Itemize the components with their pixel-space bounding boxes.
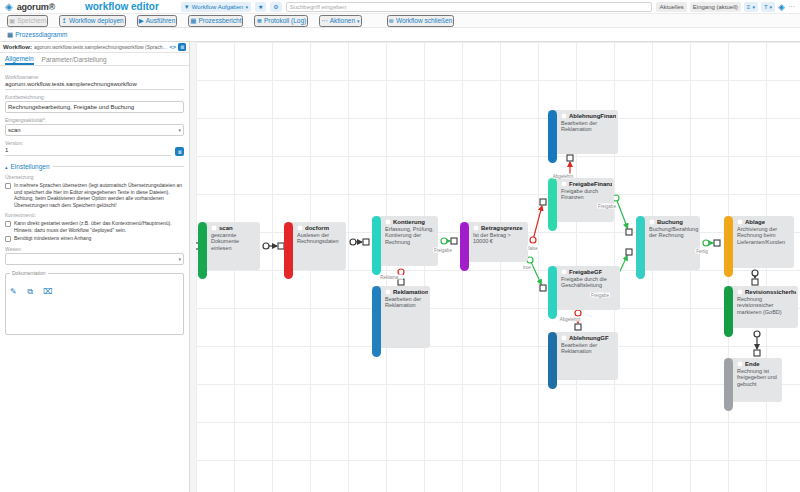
save-button[interactable]: ▣ Speichern: [7, 15, 48, 27]
node-type-icon: [211, 225, 217, 231]
app-title: workflow editor: [85, 1, 159, 12]
workflow-node-Ablage[interactable]: AblageArchivierung der Rechnung beim Lie…: [724, 216, 794, 268]
workflow-diagram-canvas[interactable]: scangescannte Dokumente einlesendocformA…: [196, 42, 800, 492]
input-port[interactable]: [752, 279, 758, 285]
search-input[interactable]: [286, 2, 653, 12]
tab-prozessdiagramm[interactable]: ▦ Prozessdiagramm: [7, 31, 68, 39]
input-port[interactable]: [398, 279, 404, 285]
agorum-logo-text: agorum®: [17, 2, 55, 12]
input-port[interactable]: [626, 249, 632, 255]
workflow-node-FreigabeFinanzen[interactable]: FreigabeFinanzenFreigabe durch Finanzen: [548, 178, 614, 222]
panel-menu-icon[interactable]: ≣: [178, 43, 186, 51]
actions-dropdown[interactable]: ⋯ Aktionen ▾: [319, 15, 361, 27]
workflow-filter-dropdown[interactable]: ▼ Workflow Aufgaben ▾: [181, 2, 251, 12]
input-port[interactable]: [540, 199, 546, 205]
eingang-button[interactable]: Eingang (aktuell): [690, 2, 741, 12]
deploy-workflow-button[interactable]: ↥ Workflow deployen: [59, 15, 125, 27]
direct-start-checkbox-row: Kann direkt gestartet werden (z.B. über …: [5, 220, 184, 233]
workflow-node-AblehnungGF[interactable]: AblehnungGFBearbeiten der Reklamation: [548, 332, 618, 380]
settings-title: Einstellungen: [11, 163, 50, 170]
workflow-node-FreigabeGF[interactable]: FreigabeGFFreigabe durch die Geschäftsle…: [548, 266, 620, 310]
chevron-down-icon: ▾: [178, 127, 181, 133]
workflow-node-Ende[interactable]: EndeRechnung ist freigegeben und gebucht: [724, 358, 782, 402]
output-port[interactable]: [703, 240, 709, 246]
workflow-node-Kontierung[interactable]: KontierungErfassung, Prüfung, Kontierung…: [372, 216, 438, 266]
workflow-node-docform[interactable]: docformAuslesen der Rechnungsdaten: [284, 222, 346, 270]
run-button[interactable]: ▶ Ausführen: [137, 15, 178, 27]
port-label: Freigabe: [433, 248, 453, 253]
output-port[interactable]: [530, 237, 536, 243]
input-port[interactable]: [451, 238, 457, 244]
wesen-label: Wesen:: [5, 246, 184, 252]
open-documentation-icon[interactable]: ⧉: [27, 287, 33, 297]
settings-section-header[interactable]: ▴ Einstellungen: [5, 163, 184, 170]
input-port[interactable]: [626, 229, 632, 235]
text-tool-dropdown[interactable]: T ▾: [761, 2, 775, 12]
save-icon: ▣: [9, 17, 15, 25]
process-report-button[interactable]: ▦ Prozessbericht: [188, 15, 243, 27]
settings-button[interactable]: ⚙: [270, 2, 281, 12]
close-workflow-button[interactable]: ⊗ Workflow schließen: [387, 15, 455, 27]
eingangsaktivitaet-value: scan: [8, 127, 21, 133]
node-type-icon: [649, 219, 655, 225]
workflow-node-scan[interactable]: scangescannte Dokumente einlesen: [198, 222, 260, 270]
input-port[interactable]: [567, 155, 573, 161]
kurzbezeichnung-label: Kurzbezeichnung:: [5, 94, 184, 100]
workflow-node-Revisionssicherheit[interactable]: RevisionssicherheitRechnung revisionssic…: [724, 286, 798, 328]
close-circle-icon: ⊗: [389, 17, 394, 25]
translate-checkbox[interactable]: [5, 183, 11, 189]
input-port[interactable]: [754, 350, 760, 356]
protocol-log-button[interactable]: ≣ Protokoll (Log): [254, 15, 308, 27]
input-port[interactable]: [540, 285, 546, 291]
node-type-icon: [473, 225, 479, 231]
node-type-icon: [297, 225, 303, 231]
port-label: Freigabe: [590, 293, 610, 298]
version-history-icon[interactable]: ≣: [175, 147, 184, 156]
version-value[interactable]: 1: [5, 146, 171, 156]
port-label: Abgelehnt: [559, 317, 581, 322]
run-label: Ausführen: [146, 17, 176, 24]
workflow-node-Betragsgrenze[interactable]: BetragsgrenzeIst der Betrag > 10000 €: [460, 222, 528, 262]
actions-icon: ⋯: [321, 17, 328, 25]
compass-icon[interactable]: ◈: [778, 2, 785, 12]
port-label: Freigabe: [597, 204, 617, 209]
input-port[interactable]: [363, 239, 369, 245]
input-port[interactable]: [714, 240, 720, 246]
output-port[interactable]: [752, 270, 758, 276]
properties-panel: Workflow: agorum.workflow.tests.samplere…: [0, 42, 190, 492]
edit-documentation-icon[interactable]: ✎: [10, 287, 17, 296]
panel-body: Workflowname: agorum.workflow.tests.samp…: [0, 66, 189, 335]
workflow-node-Reklamation[interactable]: ReklamationBearbeiten der Reklamation: [372, 286, 430, 348]
chevron-down-icon: ▾: [357, 18, 360, 24]
edge-line: [616, 198, 628, 228]
input-port[interactable]: [575, 324, 581, 330]
eingangsaktivitaet-select[interactable]: scan ▾: [5, 124, 184, 136]
tab-parameter-darstellung[interactable]: Parameter/Darstellung: [42, 53, 107, 65]
more-options-icon[interactable]: ⋯: [788, 3, 795, 11]
favorites-button[interactable]: ★: [255, 2, 266, 12]
tab-allgemein[interactable]: Allgemein: [5, 53, 34, 65]
output-port[interactable]: [754, 331, 760, 337]
node-title: FreigabeFinanzen: [569, 181, 612, 187]
output-port[interactable]: [441, 238, 447, 244]
delete-documentation-icon[interactable]: ⌧: [43, 287, 52, 296]
code-icon[interactable]: <>: [170, 44, 176, 50]
grid-icon: ▦: [7, 31, 13, 39]
node-color-bar: [636, 216, 645, 279]
direct-start-checkbox[interactable]: [5, 221, 11, 227]
node-title: Ablage: [745, 219, 765, 225]
node-color-bar: [724, 216, 733, 277]
workflow-node-AblehnungFinanzen[interactable]: AblehnungFinanzenBearbeiten der Reklamat…: [548, 110, 618, 154]
log-label: Protokoll (Log): [264, 17, 306, 24]
output-port[interactable]: [575, 310, 581, 316]
attachment-checkbox[interactable]: [5, 236, 11, 242]
aktuelles-button[interactable]: Aktuelles: [656, 2, 686, 12]
output-port[interactable]: [263, 243, 269, 249]
port-label: Fertig: [695, 249, 709, 254]
kurzbezeichnung-input[interactable]: Rechnungsbearbeitung, Freigabe und Buchu…: [5, 101, 184, 113]
workflow-node-Buchung[interactable]: BuchungBuchung/Bezahlung der Rechnung: [636, 216, 700, 270]
list-view-dropdown[interactable]: ≡ ▾: [744, 2, 758, 12]
output-port[interactable]: [350, 239, 356, 245]
wesen-select[interactable]: ▾: [5, 253, 184, 265]
node-title: Buchung: [657, 219, 683, 225]
